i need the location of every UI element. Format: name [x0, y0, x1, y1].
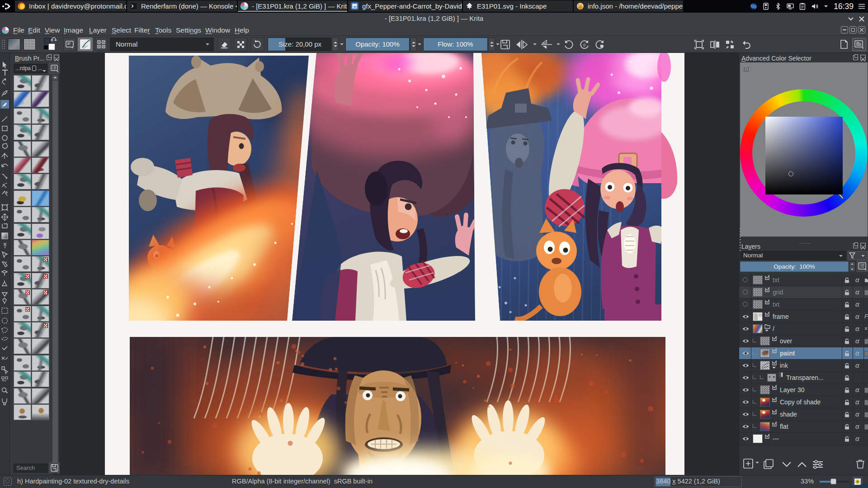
svg-text:0: 0: [583, 43, 585, 47]
